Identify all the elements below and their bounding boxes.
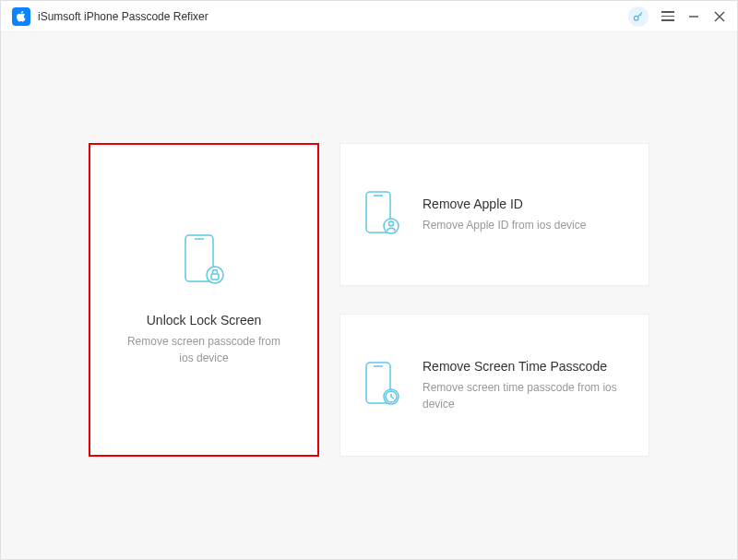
minimize-icon: [688, 11, 699, 22]
close-button[interactable]: [713, 11, 726, 22]
remove-screen-time-card[interactable]: Remove Screen Time Passcode Remove scree…: [339, 314, 649, 457]
unlock-lock-screen-card[interactable]: Unlock Lock Screen Remove screen passcod…: [89, 143, 319, 457]
svg-point-6: [207, 267, 223, 283]
screen-time-card-desc: Remove screen time passcode from ios dev…: [423, 379, 625, 412]
phone-lock-icon: [183, 233, 225, 291]
unlock-card-desc: Remove screen passcode from ios device: [121, 333, 287, 366]
app-window: iSumsoft iPhone Passcode Refixer: [0, 0, 738, 560]
key-icon: [632, 10, 645, 23]
titlebar-controls: [628, 6, 726, 27]
menu-button[interactable]: [661, 10, 674, 23]
register-button[interactable]: [628, 6, 649, 27]
screen-time-card-text: Remove Screen Time Passcode Remove scree…: [423, 359, 625, 412]
content-area: Unlock Lock Screen Remove screen passcod…: [1, 32, 737, 559]
unlock-card-title: Unlock Lock Screen: [147, 313, 262, 328]
remove-apple-id-card[interactable]: Remove Apple ID Remove Apple ID from ios…: [339, 143, 649, 286]
menu-icon: [661, 11, 674, 13]
screen-time-card-title: Remove Screen Time Passcode: [423, 359, 625, 374]
apple-id-card-desc: Remove Apple ID from ios device: [423, 217, 625, 233]
titlebar: iSumsoft iPhone Passcode Refixer: [1, 1, 737, 32]
apple-id-card-title: Remove Apple ID: [423, 197, 625, 211]
apple-id-card-text: Remove Apple ID Remove Apple ID from ios…: [423, 197, 625, 233]
phone-user-icon: [363, 190, 400, 240]
close-icon: [714, 11, 725, 22]
svg-point-0: [634, 16, 638, 20]
phone-clock-icon: [363, 361, 400, 411]
app-logo: [12, 7, 30, 26]
app-title: iSumsoft iPhone Passcode Refixer: [38, 10, 628, 23]
right-column: Remove Apple ID Remove Apple ID from ios…: [339, 143, 649, 467]
apple-icon: [15, 10, 28, 23]
minimize-button[interactable]: [687, 11, 700, 22]
